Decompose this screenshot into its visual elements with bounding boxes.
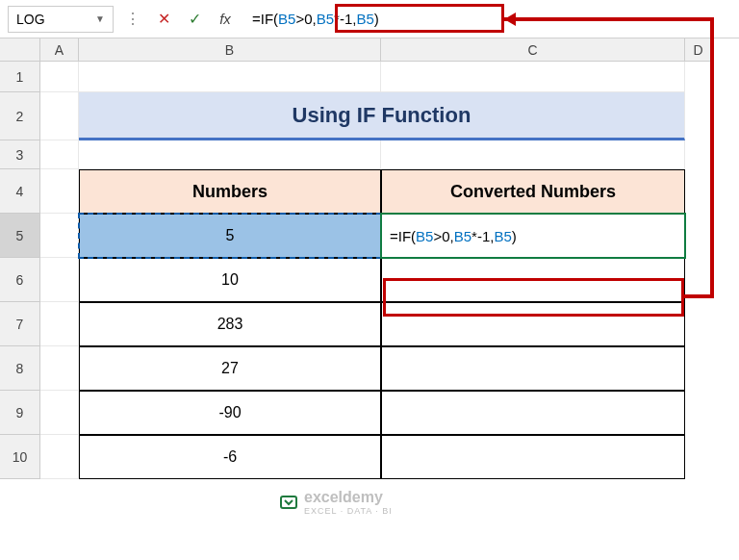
- row-header-10[interactable]: 10: [0, 435, 40, 479]
- table-row: -90: [40, 391, 685, 435]
- cell-a10[interactable]: [40, 435, 79, 479]
- watermark-tag: EXCEL · DATA · BI: [304, 506, 393, 516]
- cell-c10[interactable]: [381, 435, 685, 479]
- cell-a8[interactable]: [40, 346, 79, 391]
- row-header-4[interactable]: 4: [0, 169, 40, 214]
- confirm-button[interactable]: ✓: [183, 8, 206, 31]
- watermark-brand: exceldemy: [304, 489, 383, 505]
- row-header-9[interactable]: 9: [0, 391, 40, 435]
- cell-c8[interactable]: [381, 346, 685, 391]
- cell-b3[interactable]: [79, 140, 381, 169]
- row-header-3[interactable]: 3: [0, 140, 40, 169]
- cancel-button[interactable]: ✕: [152, 8, 175, 31]
- insert-function-button[interactable]: fx: [214, 8, 237, 31]
- cell-b1[interactable]: [79, 62, 381, 92]
- select-all-corner[interactable]: [0, 38, 40, 62]
- table-row: 5 =IF(B5>0,B5*-1,B5): [40, 214, 685, 258]
- col-header-c[interactable]: C: [381, 38, 685, 62]
- header-numbers[interactable]: Numbers: [79, 169, 381, 214]
- cell-a5[interactable]: [40, 214, 79, 258]
- cells-area: Using IF Function Numbers Converted Numb…: [40, 62, 685, 479]
- cell-c9[interactable]: [381, 391, 685, 435]
- title-cell[interactable]: Using IF Function: [79, 92, 685, 140]
- cell-b10[interactable]: -6: [79, 435, 381, 479]
- formula-text: =IF(B5>0,B5*-1,B5): [252, 11, 379, 27]
- cell-b8[interactable]: 27: [79, 346, 381, 391]
- row-headers: 1 2 3 4 5 6 7 8 9 10: [0, 62, 40, 479]
- cell-b6[interactable]: 10: [79, 258, 381, 302]
- name-box-value: LOG: [16, 12, 45, 27]
- cell-a4[interactable]: [40, 169, 79, 214]
- table-row: 10: [40, 258, 685, 302]
- row-header-8[interactable]: 8: [0, 346, 40, 391]
- cell-c7[interactable]: [381, 302, 685, 346]
- cell-b5[interactable]: 5: [79, 214, 381, 258]
- column-headers: A B C D: [40, 38, 712, 62]
- annotation-arrow-v: [710, 17, 714, 298]
- watermark-logo-icon: [279, 493, 298, 512]
- cell-a6[interactable]: [40, 258, 79, 302]
- watermark: exceldemy EXCEL · DATA · BI: [279, 489, 393, 516]
- cell-c6[interactable]: [381, 258, 685, 302]
- svg-rect-0: [281, 496, 296, 508]
- table-row: Using IF Function: [40, 92, 685, 140]
- table-row: Numbers Converted Numbers: [40, 169, 685, 214]
- cell-a3[interactable]: [40, 140, 79, 169]
- row-header-1[interactable]: 1: [0, 62, 40, 92]
- col-header-a[interactable]: A: [40, 38, 79, 62]
- col-header-d[interactable]: D: [685, 38, 712, 62]
- watermark-text: exceldemy EXCEL · DATA · BI: [304, 489, 393, 516]
- cell-a9[interactable]: [40, 391, 79, 435]
- annotation-arrow-h2: [683, 294, 714, 298]
- cell-formula-text: =IF(B5>0,B5*-1,B5): [390, 228, 517, 244]
- cell-a7[interactable]: [40, 302, 79, 346]
- col-header-b[interactable]: B: [79, 38, 381, 62]
- cell-b7[interactable]: 283: [79, 302, 381, 346]
- table-row: 27: [40, 346, 685, 391]
- table-row: -6: [40, 435, 685, 479]
- annotation-arrow-head-icon: [504, 13, 516, 26]
- name-box[interactable]: LOG ▼: [8, 6, 114, 33]
- header-converted[interactable]: Converted Numbers: [381, 169, 685, 214]
- row-header-5[interactable]: 5: [0, 214, 40, 258]
- cell-c1[interactable]: [381, 62, 685, 92]
- cell-c3[interactable]: [381, 140, 685, 169]
- row-header-7[interactable]: 7: [0, 302, 40, 346]
- chevron-down-icon[interactable]: ▼: [95, 13, 105, 24]
- cell-c5-active[interactable]: =IF(B5>0,B5*-1,B5): [381, 214, 685, 258]
- row-header-6[interactable]: 6: [0, 258, 40, 302]
- cell-a2[interactable]: [40, 92, 79, 140]
- cell-a1[interactable]: [40, 62, 79, 92]
- table-row: [40, 140, 685, 169]
- table-row: 283: [40, 302, 685, 346]
- cell-b9[interactable]: -90: [79, 391, 381, 435]
- annotation-arrow-h1: [504, 17, 714, 21]
- row-header-2[interactable]: 2: [0, 92, 40, 140]
- handle-dots-icon: ⋮: [121, 10, 144, 28]
- table-row: [40, 62, 685, 92]
